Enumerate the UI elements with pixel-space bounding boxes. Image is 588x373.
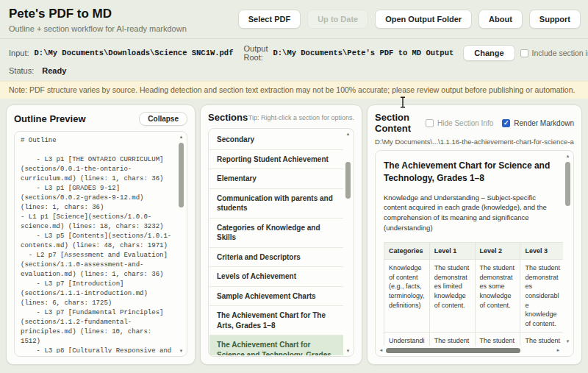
- sections-vertical-scrollbar[interactable]: [343, 129, 353, 355]
- select-pdf-button[interactable]: Select PDF: [238, 10, 301, 29]
- status-label: Status:: [9, 66, 34, 75]
- scroll-up-icon[interactable]: [176, 132, 186, 141]
- section-list-item[interactable]: Secondary: [209, 130, 343, 150]
- up-to-date-button: Up to Date: [307, 10, 368, 29]
- paths-row: Input: D:\My Documents\Downloads\Science…: [0, 38, 588, 63]
- include-section-info-label: Include section info in files: [532, 49, 588, 57]
- outline-panel-header: Outline Preview Collapse: [14, 112, 187, 126]
- sections-scroll-area[interactable]: SecondaryReporting Student AchievementEl…: [208, 128, 354, 357]
- hide-section-info-checkbox[interactable]: [426, 119, 434, 127]
- content-vertical-scrollbar[interactable]: [563, 152, 573, 346]
- section-heading: The Achievement Chart for Science and Te…: [384, 160, 563, 185]
- note-banner: Note: PDF structure varies by source. He…: [0, 81, 588, 99]
- scroll-down-icon[interactable]: [563, 337, 573, 346]
- scroll-down-icon[interactable]: [176, 347, 186, 355]
- change-output-button[interactable]: Change: [463, 45, 514, 61]
- content-horizontal-scrollbar[interactable]: [376, 346, 563, 355]
- table-header-cell: Categories: [384, 242, 430, 260]
- table-row: Understanding of content (e.g., concepts…: [384, 333, 564, 346]
- outline-vertical-scrollbar[interactable]: [176, 132, 186, 355]
- app-header: Pete's PDF to MD Outline + section workf…: [0, 0, 588, 38]
- scrollbar-thumb[interactable]: [345, 162, 351, 199]
- section-list-item[interactable]: Communication with parents and students: [209, 189, 343, 219]
- achievement-table-head-row: CategoriesLevel 1Level 2Level 3Level 4: [384, 242, 564, 260]
- input-label: Input:: [9, 49, 29, 57]
- achievement-table: CategoriesLevel 1Level 2Level 3Level 4 K…: [384, 242, 563, 346]
- open-output-folder-button[interactable]: Open Output Folder: [375, 10, 472, 29]
- status-row: Status: Ready: [0, 63, 588, 81]
- table-cell: The student demonstrates some knowledge …: [475, 260, 520, 333]
- section-list-item[interactable]: The Achievement Chart for The Arts, Grad…: [209, 306, 343, 335]
- output-root-label: Output Root:: [243, 44, 268, 62]
- input-path-value: D:\My Documents\Downloads\Science SNC1W.…: [35, 49, 234, 57]
- scroll-down-icon[interactable]: [343, 347, 353, 355]
- outline-preview-panel: Outline Preview Collapse # Outline - L3 …: [6, 104, 196, 365]
- table-header-cell: Level 3: [520, 242, 563, 260]
- section-list-item[interactable]: Elementary: [209, 169, 343, 189]
- table-cell: The student demonstrates considerable kn…: [520, 260, 563, 333]
- section-list-item[interactable]: Sample Achievement Charts: [209, 287, 343, 307]
- section-intro-paragraph: Knowledge and Understanding – Subject-sp…: [384, 193, 563, 233]
- section-content-title: Section Content: [375, 112, 426, 134]
- app-window: { "header": { "title": "Pete's PDF to MD…: [0, 0, 588, 373]
- render-markdown-option[interactable]: Render Markdown: [502, 119, 574, 127]
- table-cell: The student demonstrates some understand…: [475, 333, 520, 346]
- table-cell: The student demonstrates limited knowled…: [429, 260, 475, 333]
- sections-panel-header: Sections Tip: Right-click a section for …: [208, 112, 354, 123]
- section-list-item[interactable]: The Achievement Chart for Science and Te…: [209, 335, 343, 355]
- sections-panel-title: Sections: [208, 112, 248, 123]
- sections-list: SecondaryReporting Student AchievementEl…: [209, 130, 343, 355]
- table-cell: Knowledge of content (e.g., facts, termi…: [384, 260, 430, 333]
- scroll-up-icon[interactable]: [343, 129, 353, 138]
- scrollbar-thumb[interactable]: [386, 348, 520, 353]
- include-section-info-checkbox[interactable]: [520, 49, 528, 57]
- output-root-value: D:\My Documents\Pete's PDF to MD Output: [273, 49, 454, 57]
- about-button[interactable]: About: [478, 10, 523, 29]
- scroll-up-icon[interactable]: [563, 152, 573, 160]
- section-file-path: D:\My Documents\...\1.1.16-the-achieveme…: [375, 138, 574, 146]
- table-header-cell: Level 2: [475, 242, 520, 260]
- section-content-panel: Section Content Hide Section Info Render…: [367, 104, 582, 365]
- outline-scroll-area[interactable]: # Outline - L3 p1 [THE ONTARIO CURRICULU…: [14, 131, 187, 357]
- table-row: Knowledge of content (e.g., facts, termi…: [384, 260, 564, 333]
- table-cell: The student demonstrates considerable un…: [520, 333, 563, 346]
- sections-panel: Sections Tip: Right-click a section for …: [200, 104, 362, 365]
- main-panels: Outline Preview Collapse # Outline - L3 …: [0, 99, 588, 373]
- section-content-scroll-area[interactable]: The Achievement Chart for Science and Te…: [375, 150, 574, 357]
- hide-section-info-option[interactable]: Hide Section Info: [426, 119, 493, 127]
- section-content-header: Section Content Hide Section Info Render…: [375, 112, 574, 134]
- section-list-item[interactable]: Levels of Achievement: [209, 267, 343, 287]
- status-value: Ready: [42, 66, 66, 75]
- scroll-left-icon[interactable]: [376, 346, 386, 355]
- rendered-markdown: The Achievement Chart for Science and Te…: [376, 151, 563, 346]
- table-header-cell: Level 1: [429, 242, 475, 260]
- scrollbar-thumb[interactable]: [179, 143, 184, 207]
- sections-tip-text: Tip: Right-click a section for options.: [248, 114, 354, 121]
- table-cell: The student demonstrates limited underst…: [429, 333, 475, 346]
- scrollbar-thumb[interactable]: [565, 162, 570, 206]
- scroll-right-icon[interactable]: [553, 346, 563, 355]
- header-button-group: Select PDF Up to Date Open Output Folder…: [238, 10, 581, 29]
- outline-text: # Outline - L3 p1 [THE ONTARIO CURRICULU…: [21, 136, 173, 353]
- render-markdown-label: Render Markdown: [514, 119, 574, 127]
- section-list-item[interactable]: Reporting Student Achievement: [209, 150, 343, 170]
- hide-section-info-label: Hide Section Info: [437, 119, 493, 127]
- collapse-button[interactable]: Collapse: [139, 112, 187, 126]
- table-cell: Understanding of content (e.g., concepts…: [384, 333, 430, 346]
- include-section-info-option[interactable]: Include section info in files: [520, 49, 588, 57]
- achievement-table-body: Knowledge of content (e.g., facts, termi…: [384, 260, 564, 346]
- outline-panel-title: Outline Preview: [14, 113, 86, 124]
- section-list-item[interactable]: Criteria and Descriptors: [209, 248, 343, 268]
- support-button[interactable]: Support: [529, 10, 581, 29]
- section-list-item[interactable]: Categories of Knowledge and Skills: [209, 219, 343, 248]
- render-markdown-checkbox[interactable]: [502, 119, 510, 127]
- content-options: Hide Section Info Render Markdown: [426, 119, 574, 127]
